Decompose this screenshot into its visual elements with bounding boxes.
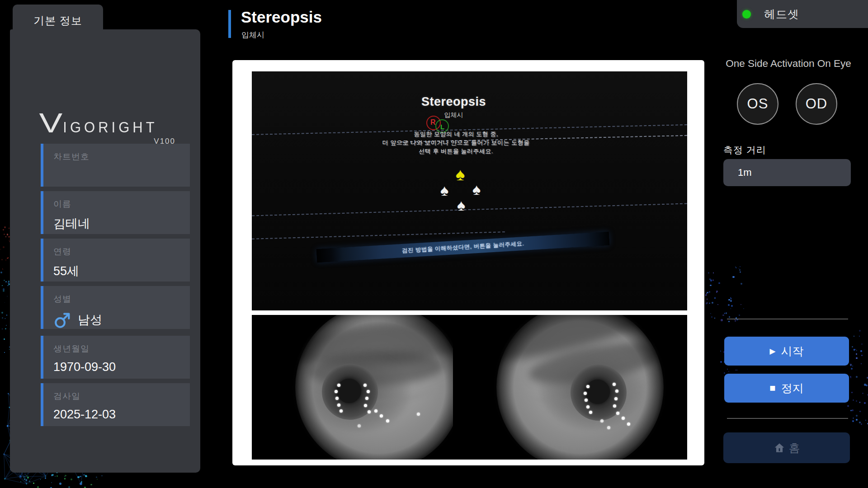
- brand-logo-initial: V: [39, 112, 64, 134]
- os-button[interactable]: OS: [737, 83, 778, 125]
- guide-banner-text: 검진 방법을 이해하셨다면, 버튼을 눌러주세요.: [401, 239, 524, 254]
- spade-right: ♠: [472, 182, 481, 197]
- eye-feed-left: [271, 315, 453, 460]
- patient-info-panel: V IGORIGHT V100 차트번호 이름 김테네 연령 55세 성별 남성…: [10, 29, 200, 473]
- stop-button[interactable]: ■ 정지: [724, 374, 849, 403]
- field-chart-number-label: 차트번호: [53, 151, 190, 163]
- page-title: Stereopsis: [241, 8, 322, 26]
- field-exam-date-value: 2025-12-03: [53, 408, 190, 422]
- field-birthdate-value: 1970-09-30: [53, 360, 190, 374]
- field-name[interactable]: 이름 김테네: [41, 191, 190, 234]
- field-gender-value: 남성: [78, 312, 102, 328]
- stereo-guide-line: [252, 231, 505, 239]
- right-eye-marker-letter: R: [430, 118, 436, 127]
- play-icon: ▶: [769, 347, 775, 355]
- left-eye-marker-letter: L: [440, 123, 444, 131]
- vr-instruction-line: 동일한 모양의 네 개의 도형 중,: [252, 130, 660, 138]
- divider: [727, 319, 848, 319]
- spade-target-top: ♠: [456, 166, 465, 183]
- divider: [727, 418, 848, 419]
- headset-status[interactable]: 헤드셋: [737, 0, 868, 28]
- vr-instruction-line: 더 앞으로 나와 보이거나 안으로 들어가 보이는 도형을: [252, 139, 660, 147]
- od-button-label: OD: [806, 96, 828, 112]
- os-button-label: OS: [747, 96, 769, 112]
- home-button[interactable]: 홈: [723, 432, 850, 463]
- vr-test-title: Stereopsis: [252, 95, 656, 109]
- eye-feed-right: [486, 315, 668, 460]
- stereo-guide-line: [252, 203, 687, 216]
- brand-logo: V IGORIGHT V100: [42, 112, 177, 148]
- headset-connected-dot: [742, 10, 751, 19]
- field-chart-number[interactable]: 차트번호: [41, 144, 190, 187]
- distance-label: 측정 거리: [723, 144, 766, 156]
- spade-left: ♠: [440, 183, 448, 198]
- field-name-value: 김테네: [53, 216, 190, 232]
- spade-bottom: ♠: [457, 197, 465, 213]
- eye-camera-strip: [252, 315, 687, 460]
- field-name-label: 이름: [53, 198, 190, 210]
- field-exam-date-label: 검사일: [53, 390, 190, 402]
- field-age-label: 연령: [53, 246, 190, 258]
- activation-title: One Side Activation On Eye: [722, 58, 855, 70]
- vr-instruction-line: 선택 후 버튼을 눌러주세요.: [252, 147, 660, 155]
- field-gender[interactable]: 성별 남성: [41, 286, 190, 329]
- start-button[interactable]: ▶ 시작: [724, 337, 849, 366]
- home-icon: [774, 442, 785, 454]
- field-age-value: 55세: [53, 263, 190, 279]
- stop-button-label: 정지: [781, 381, 804, 396]
- field-birthdate[interactable]: 생년월일 1970-09-30: [41, 336, 190, 379]
- brand-logo-text: IGORIGHT: [63, 120, 157, 135]
- vr-test-subtitle: 입체시: [252, 111, 656, 119]
- od-button[interactable]: OD: [796, 83, 837, 125]
- field-age[interactable]: 연령 55세: [41, 239, 190, 282]
- field-birthdate-label: 생년월일: [53, 343, 190, 355]
- start-button-label: 시작: [781, 344, 804, 359]
- field-gender-label: 성별: [53, 293, 190, 305]
- headset-label: 헤드셋: [764, 7, 799, 22]
- tab-basic-info-label: 기본 정보: [33, 14, 82, 28]
- distance-input[interactable]: [723, 159, 851, 186]
- vr-display-view: Stereopsis 입체시 R L 동일한 모양의 네 개의 도형 중, 더 …: [252, 71, 687, 310]
- field-exam-date[interactable]: 검사일 2025-12-03: [41, 383, 190, 426]
- page-subtitle: 입체시: [241, 30, 264, 40]
- title-accent-bar: [228, 10, 231, 38]
- tab-basic-info[interactable]: 기본 정보: [13, 5, 103, 37]
- home-button-label: 홈: [789, 441, 800, 455]
- male-icon: [53, 310, 72, 329]
- stop-icon: ■: [769, 383, 775, 393]
- content-panel: Stereopsis 입체시 R L 동일한 모양의 네 개의 도형 중, 더 …: [232, 60, 704, 465]
